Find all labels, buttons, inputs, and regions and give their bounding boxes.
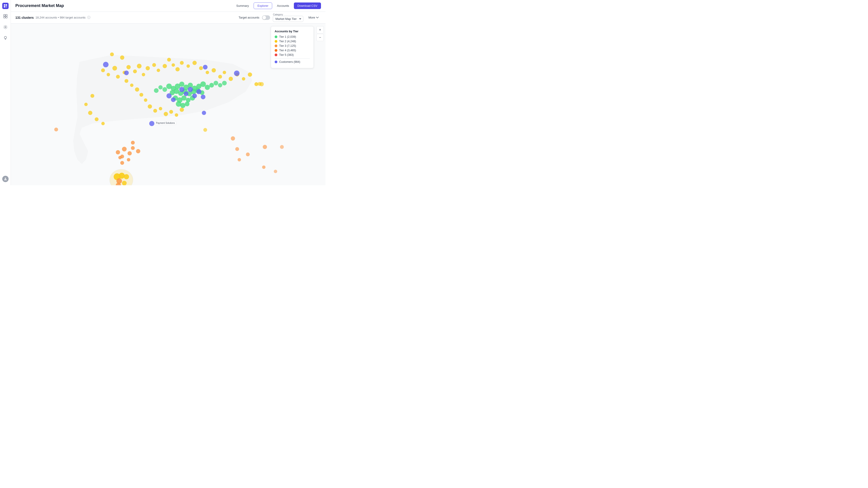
toolbar-right: Target accounts Category Market Map Tier… [239, 13, 321, 22]
svg-rect-0 [4, 4, 5, 6]
svg-point-135 [203, 128, 207, 132]
svg-point-43 [135, 88, 139, 92]
zoom-in-button[interactable]: + [316, 26, 324, 33]
svg-rect-1 [6, 4, 7, 6]
svg-point-42 [130, 84, 133, 87]
map-area[interactable]: Payment Solutions Accounts Payable Autom… [11, 24, 326, 185]
svg-point-14 [112, 66, 117, 70]
svg-point-86 [205, 85, 210, 90]
svg-point-52 [180, 107, 184, 112]
info-icon[interactable]: ⓘ [87, 15, 90, 20]
svg-point-13 [107, 73, 110, 76]
svg-point-87 [209, 83, 214, 88]
svg-point-123 [201, 95, 206, 99]
svg-point-59 [127, 151, 132, 156]
svg-point-57 [101, 122, 105, 125]
svg-point-76 [262, 165, 266, 169]
svg-point-65 [119, 156, 122, 159]
tier-dot [275, 40, 277, 43]
svg-point-35 [223, 71, 226, 74]
svg-point-68 [54, 128, 58, 131]
sidebar [0, 0, 11, 185]
more-button[interactable]: More [306, 14, 321, 21]
svg-point-128 [124, 174, 129, 180]
category-select-wrap: Category Market Map Tier [273, 13, 303, 22]
sidebar-item-lightbulb[interactable] [2, 34, 9, 41]
svg-point-127 [119, 173, 125, 178]
svg-point-119 [184, 92, 188, 96]
svg-point-110 [103, 62, 108, 67]
svg-point-105 [158, 85, 163, 90]
svg-point-33 [212, 68, 216, 72]
nav-explorer[interactable]: Explorer [254, 2, 272, 9]
svg-rect-3 [6, 6, 7, 7]
svg-point-115 [202, 111, 206, 115]
svg-point-26 [172, 63, 175, 67]
svg-point-107 [214, 80, 218, 86]
svg-point-21 [146, 66, 150, 70]
svg-point-117 [171, 97, 176, 102]
legend-item: Tier 1 (2,039) [275, 35, 310, 38]
target-accounts-toggle[interactable] [262, 15, 270, 20]
legend-items: Tier 1 (2,039)Tier 2 (4,248)Tier 3 (7,12… [275, 35, 310, 57]
svg-point-23 [157, 69, 160, 72]
user-avatar[interactable] [2, 175, 9, 183]
toggle-knob [262, 16, 266, 20]
legend-item: Tier 4 (3,465) [275, 49, 310, 52]
svg-point-45 [144, 98, 147, 102]
cluster-count: 131 clusters [16, 16, 34, 20]
customers-dot [275, 61, 277, 63]
app-logo[interactable] [2, 3, 8, 9]
nav-accounts[interactable]: Accounts [273, 2, 293, 9]
svg-point-98 [181, 95, 186, 101]
zoom-out-button[interactable]: − [316, 34, 324, 41]
page-title: Procurement Market Map [16, 3, 229, 8]
svg-point-136 [274, 170, 277, 173]
svg-point-50 [169, 110, 173, 113]
svg-point-47 [153, 109, 157, 113]
svg-point-18 [133, 69, 137, 73]
svg-point-122 [196, 89, 202, 94]
svg-point-46 [148, 104, 152, 109]
svg-point-22 [152, 63, 156, 67]
svg-point-36 [229, 77, 233, 81]
cluster-info: 131 clusters 18,244 accounts • 984 targe… [16, 15, 236, 20]
nav-summary[interactable]: Summary [232, 2, 253, 9]
svg-point-60 [131, 146, 135, 150]
svg-point-49 [164, 112, 168, 116]
svg-point-108 [218, 83, 222, 88]
svg-point-111 [124, 70, 129, 75]
svg-point-131 [122, 181, 127, 185]
svg-point-29 [186, 64, 190, 68]
sidebar-item-grid[interactable] [2, 13, 9, 20]
svg-point-113 [234, 70, 239, 76]
svg-point-109 [222, 80, 227, 86]
svg-point-80 [179, 82, 184, 87]
svg-point-71 [238, 158, 241, 161]
svg-point-118 [179, 87, 184, 92]
svg-point-72 [263, 145, 267, 149]
tier-dot [275, 49, 277, 52]
svg-rect-2 [4, 6, 5, 7]
category-select[interactable]: Market Map Tier [273, 16, 303, 22]
legend-customers: Customers (984) [275, 60, 310, 64]
svg-point-48 [159, 107, 162, 110]
svg-point-73 [235, 147, 239, 151]
nav-tabs: Summary Explorer Accounts Download CSV [232, 2, 321, 9]
download-csv-button[interactable]: Download CSV [294, 2, 321, 9]
svg-point-34 [218, 75, 222, 78]
svg-point-44 [140, 93, 143, 97]
tier-dot [275, 35, 277, 38]
svg-point-19 [137, 64, 142, 68]
svg-point-121 [192, 94, 197, 98]
sidebar-item-settings[interactable] [2, 24, 9, 31]
svg-point-104 [162, 87, 167, 92]
svg-point-134 [258, 82, 261, 86]
svg-point-9 [5, 177, 6, 179]
svg-point-8 [5, 27, 6, 28]
svg-point-103 [185, 102, 189, 106]
svg-point-56 [95, 117, 98, 121]
svg-point-85 [200, 81, 206, 87]
svg-point-12 [101, 68, 105, 72]
target-accounts-label: Target accounts [239, 16, 259, 19]
